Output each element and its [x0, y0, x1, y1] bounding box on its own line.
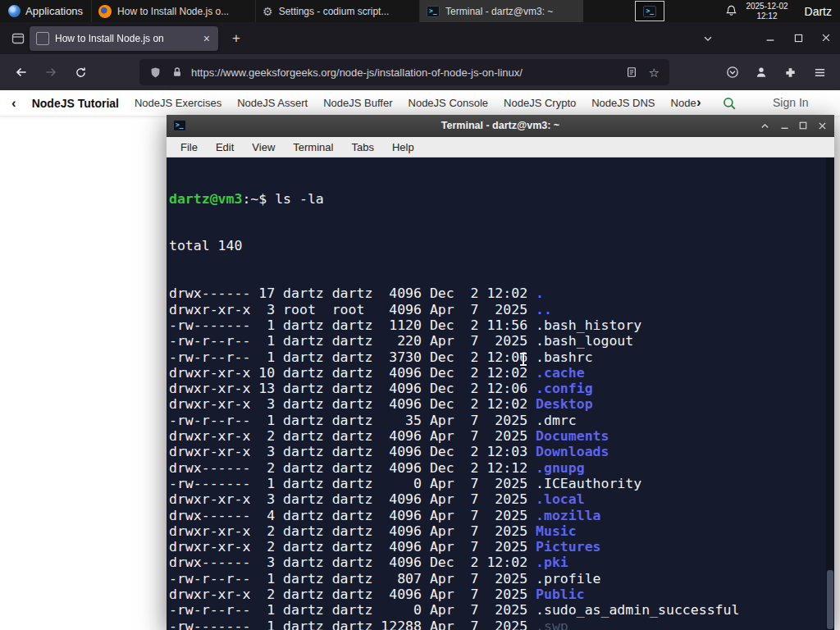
firefox-icon	[98, 5, 112, 18]
terminal-line: -rw------- 1 dartz dartz 12288 Apr 7 202…	[169, 619, 739, 630]
terminal-line: drwx------ 4 dartz dartz 4096 Apr 7 2025…	[169, 508, 739, 523]
account-icon[interactable]	[748, 59, 774, 85]
browser-tab[interactable]: How to Install Node.js on ×	[30, 26, 218, 51]
browser-toolbar: https://www.geeksforgeeks.org/node-js/in…	[0, 54, 840, 90]
lock-icon[interactable]	[171, 66, 183, 78]
terminal-line: drwxr-xr-x 2 dartz dartz 4096 Apr 7 2025…	[169, 587, 739, 602]
nav-chevron-right-icon[interactable]: ›	[696, 95, 701, 109]
window-maximize-button[interactable]	[786, 26, 810, 49]
taskbar-window-label: Terminal - dartz@vm3: ~	[445, 6, 577, 17]
bookmark-star-icon[interactable]: ☆	[649, 66, 660, 79]
terminal-line: drwxr-xr-x 2 dartz dartz 4096 Apr 7 2025…	[169, 523, 739, 539]
terminal-output: dartz@vm3:~$ ls -la total 140 drwx------…	[169, 159, 739, 630]
menu-tabs[interactable]: Tabs	[342, 137, 382, 157]
back-icon[interactable]	[8, 59, 34, 85]
terminal-window-title: Terminal - dartz@vm3: ~	[167, 120, 834, 131]
site-nav-item[interactable]: NodeJS Exercises	[135, 97, 221, 109]
site-nav-item[interactable]: Node	[671, 97, 696, 109]
terminal-line: -rw-r--r-- 1 dartz dartz 3730 Dec 2 12:0…	[169, 349, 739, 365]
menu-edit[interactable]: Edit	[207, 137, 243, 157]
terminal-line: -rw------- 1 dartz dartz 0 Apr 7 2025 .I…	[169, 476, 739, 491]
site-nav-item[interactable]: NodeJS DNS	[591, 97, 655, 109]
menu-file[interactable]: File	[171, 137, 207, 157]
menu-help[interactable]: Help	[383, 137, 423, 157]
taskbar-window-label: How to Install Node.js o...	[117, 6, 249, 17]
panel-clock[interactable]: 2025-12-02 12:12	[746, 2, 788, 21]
reader-mode-icon[interactable]	[626, 66, 637, 78]
top-panel: Applications How to Install Node.js o...…	[0, 0, 840, 22]
menu-view[interactable]: View	[243, 137, 284, 157]
terminal-line: drwxr-xr-x 2 dartz dartz 4096 Apr 7 2025…	[169, 539, 739, 555]
gear-icon: ⚙	[262, 6, 273, 17]
terminal-listing: drwx------ 17 dartz dartz 4096 Dec 2 12:…	[169, 285, 739, 630]
nav-chevron-left-icon[interactable]: ‹	[11, 96, 16, 110]
taskbar-window-settings[interactable]: ⚙ Settings - codium script...	[255, 0, 419, 22]
terminal-line: -rw-r--r-- 1 dartz dartz 35 Apr 7 2025 .…	[169, 413, 739, 428]
extensions-icon[interactable]	[777, 59, 803, 85]
tab-close-icon[interactable]: ×	[202, 31, 212, 46]
window-minimize-button[interactable]	[758, 26, 783, 49]
terminal-titlebar[interactable]: >_ Terminal - dartz@vm3: ~	[167, 115, 834, 137]
terminal-icon: >_	[427, 6, 440, 17]
terminal-line: drwxr-xr-x 3 root root 4096 Apr 7 2025 .…	[169, 302, 739, 317]
terminal-window: >_ Terminal - dartz@vm3: ~ File Edit Vie…	[167, 115, 834, 630]
list-all-tabs-icon[interactable]	[697, 29, 719, 48]
terminal-line: drwxr-xr-x 2 dartz dartz 4096 Apr 7 2025…	[169, 428, 739, 444]
forward-icon[interactable]	[38, 59, 64, 85]
maximize-window-icon[interactable]	[794, 116, 812, 135]
terminal-line: drwxr-xr-x 3 dartz dartz 4096 Dec 2 12:0…	[169, 396, 739, 412]
site-nav-item[interactable]: NodeJS Buffer	[323, 97, 392, 109]
terminal-line: -rw-r--r-- 1 dartz dartz 0 Apr 7 2025 .s…	[169, 602, 739, 618]
user-label: Dartz	[805, 5, 832, 18]
terminal-total-line: total 140	[169, 238, 739, 253]
taskbar-window-terminal[interactable]: >_ Terminal - dartz@vm3: ~	[419, 0, 583, 22]
clock-time: 12:12	[756, 11, 777, 21]
terminal-icon: >_	[173, 120, 186, 131]
terminal-body[interactable]: dartz@vm3:~$ ls -la total 140 drwx------…	[167, 158, 834, 630]
prompt-suffix: :~$	[242, 191, 275, 207]
site-nav-item[interactable]: NodeJS Tutorial	[32, 97, 119, 110]
terminal-menubar: File Edit View Terminal Tabs Help	[167, 137, 834, 158]
save-to-pocket-icon[interactable]	[719, 59, 746, 85]
page-favicon	[36, 32, 49, 45]
search-icon[interactable]	[722, 96, 738, 112]
site-nav-items: ‹ NodeJS Tutorial NodeJS Exercises NodeJ…	[11, 90, 702, 116]
distro-logo-icon	[8, 5, 21, 17]
applications-menu[interactable]: Applications	[0, 0, 91, 22]
menu-terminal[interactable]: Terminal	[284, 137, 342, 157]
reload-icon[interactable]	[67, 59, 94, 85]
terminal-line: drwx------ 2 dartz dartz 4096 Dec 2 12:1…	[169, 460, 739, 476]
user-menu[interactable]: Dartz	[801, 0, 840, 22]
terminal-line: drwxr-xr-x 13 dartz dartz 4096 Dec 2 12:…	[169, 381, 739, 396]
taskbar-window-firefox[interactable]: How to Install Node.js o...	[91, 0, 255, 22]
notifications-bell-icon[interactable]	[724, 3, 739, 19]
menu-hamburger-icon[interactable]	[806, 59, 833, 85]
tray-terminal-icon[interactable]: >_	[635, 1, 664, 21]
terminal-line: -rw-r--r-- 1 dartz dartz 807 Apr 7 2025 …	[169, 571, 739, 587]
clock-date: 2025-12-02	[746, 2, 788, 11]
prompt-user-host: dartz@vm3	[169, 191, 242, 207]
site-nav-item[interactable]: NodeJS Console	[409, 97, 489, 109]
site-nav-item[interactable]: NodeJS Assert	[237, 97, 308, 109]
shield-icon[interactable]	[149, 66, 162, 79]
close-window-icon[interactable]	[813, 116, 831, 135]
taskbar-window-label: Settings - codium script...	[279, 6, 413, 17]
scrollbar-thumb[interactable]	[827, 570, 833, 629]
terminal-line: drwx------ 3 dartz dartz 4096 Dec 2 12:0…	[169, 555, 739, 570]
terminal-scrollbar[interactable]	[826, 158, 834, 630]
site-nav-item[interactable]: NodeJS Crypto	[504, 97, 576, 109]
firefox-view-icon[interactable]	[8, 29, 28, 48]
minimize-window-icon[interactable]	[775, 116, 793, 135]
url-text: https://www.geeksforgeeks.org/node-js/in…	[191, 66, 626, 79]
new-tab-button[interactable]: +	[226, 29, 246, 48]
browser-tab-bar: How to Install Node.js on × +	[0, 22, 840, 54]
tab-title: How to Install Node.js on	[55, 33, 196, 44]
site-nav-bar: ‹ NodeJS Tutorial NodeJS Exercises NodeJ…	[0, 90, 840, 116]
window-close-button[interactable]	[814, 26, 838, 49]
terminal-line: drwxr-xr-x 3 dartz dartz 4096 Dec 2 12:0…	[169, 444, 739, 459]
terminal-line: -rw------- 1 dartz dartz 1120 Dec 2 11:5…	[169, 317, 739, 333]
url-bar[interactable]: https://www.geeksforgeeks.org/node-js/in…	[139, 59, 669, 85]
shade-window-icon[interactable]	[756, 116, 774, 135]
desktop: Applications How to Install Node.js o...…	[0, 0, 840, 630]
sign-in-link[interactable]: Sign In	[773, 96, 809, 109]
